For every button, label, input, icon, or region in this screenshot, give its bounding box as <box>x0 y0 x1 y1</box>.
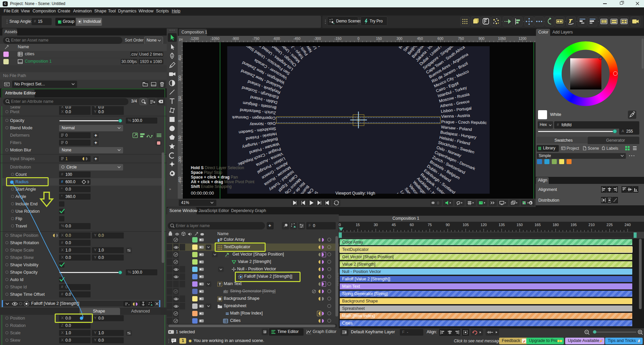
svg-text:Vancouver - Canada: Vancouver - Canada <box>390 195 409 199</box>
svg-text:0: 0 <box>437 201 439 205</box>
svg-text:Seoul - South Korea: Seoul - South Korea <box>308 42 327 45</box>
svg-text:Beijing - China: Beijing - China <box>318 42 332 43</box>
svg-text:Prague - Czech Republic: Prague - Czech Republic <box>441 120 487 125</box>
svg-text:abc: abc <box>223 289 228 293</box>
svg-text:Prague - Czech Republic: Prague - Czech Republic <box>383 42 403 43</box>
svg-text:Dubai - United Arab Emirates: Dubai - United Arab Emirates <box>296 193 324 199</box>
svg-text:Copenhagen - Denmark: Copenhagen - Denmark <box>232 115 276 121</box>
svg-text:Warsaw - Poland: Warsaw - Poland <box>388 42 405 45</box>
svg-text:Jakarta - Indonesia: Jakarta - Indonesia <box>311 195 328 199</box>
